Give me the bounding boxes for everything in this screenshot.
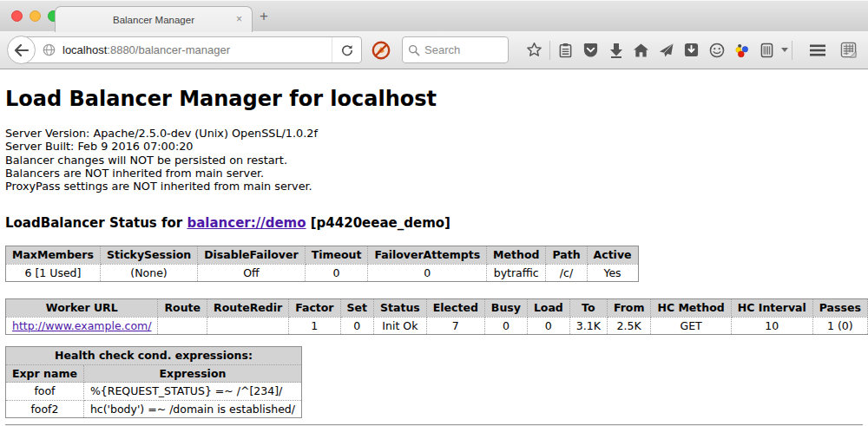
toolbar-separator (549, 41, 550, 60)
column-header: To (569, 299, 607, 318)
column-header: Status (374, 299, 427, 318)
busy-cell: 0 (484, 317, 527, 335)
expression-cell: hc('body') =~ /domain is established/ (83, 400, 301, 418)
column-header: Expr name (6, 364, 84, 383)
max-members-cell: 6 [1 Used] (6, 264, 101, 282)
url-bar[interactable]: localhost:8880/balancer-manager (21, 36, 362, 63)
clipboard-list-icon (558, 43, 573, 58)
elected-cell: 7 (426, 317, 484, 335)
column-header: Set (340, 299, 373, 318)
method-cell: bytraffic (487, 264, 546, 282)
from-cell: 2.5K (607, 317, 651, 335)
tab-close-icon[interactable]: × (236, 14, 242, 24)
reading-list-button[interactable] (553, 36, 578, 65)
extension-grid-button[interactable] (836, 36, 861, 65)
pocket-button[interactable] (578, 36, 603, 65)
expression-cell: %{REQUEST_STATUS} =~ /^[234]/ (83, 383, 301, 401)
balancer-settings-table: MaxMembers StickySession DisableFailover… (5, 246, 639, 282)
expression-row: foof2 hc('body') =~ /domain is establish… (6, 400, 302, 418)
persist-notice-line: Balancer changes will NOT be persisted o… (5, 154, 863, 167)
download-arrow-icon (609, 43, 623, 58)
home-button[interactable] (628, 36, 654, 65)
colored-dots-icon (734, 43, 750, 58)
column-header: From (607, 299, 651, 318)
column-header: Worker URL (6, 299, 158, 318)
worker-url-cell: http://www.example.com/ (6, 317, 158, 335)
pocket-icon (582, 43, 599, 58)
colored-dots-extension-button[interactable] (729, 36, 754, 65)
bookmark-star-icon (526, 42, 542, 58)
url-text[interactable]: localhost:8880/balancer-manager (62, 43, 332, 56)
hamburger-menu-icon (809, 43, 826, 57)
send-button[interactable] (654, 36, 679, 65)
inherit-notice-line: Balancers are NOT inherited from main se… (5, 167, 863, 180)
downloads-button[interactable] (603, 36, 628, 65)
toolbar-separator (792, 41, 792, 60)
chevron-down-icon (781, 48, 788, 52)
server-version-line: Server Version: Apache/2.5.0-dev (Unix) … (5, 127, 863, 140)
column-header: Elected (426, 299, 484, 318)
table-header-row: MaxMembers StickySession DisableFailover… (6, 246, 639, 265)
minimize-window-button[interactable] (30, 10, 41, 22)
browser-chrome: Balancer Manager × + localhost:8880/bala… (0, 0, 868, 69)
arrow-down-box-icon (684, 43, 699, 57)
set-cell: 0 (340, 317, 373, 335)
menu-button[interactable] (805, 36, 830, 65)
column-header: FailoverAttempts (368, 246, 487, 265)
search-bar[interactable] (402, 36, 509, 63)
passes-cell: 1 (0) (812, 317, 867, 335)
column-header: Route (158, 299, 207, 318)
home-icon (633, 43, 649, 58)
column-header: Load (527, 299, 569, 318)
worker-url-link[interactable]: http://www.example.com/ (12, 319, 151, 332)
path-cell: /c/ (546, 264, 587, 282)
search-magnifier-icon (408, 44, 420, 56)
container-menu-caret[interactable] (779, 36, 789, 65)
smiley-extension-button[interactable] (704, 36, 729, 65)
back-button[interactable] (7, 36, 36, 64)
loadbalancer-status-heading: LoadBalancer Status for balancer://demo … (5, 215, 863, 231)
column-header: Factor (289, 299, 340, 318)
send-plane-icon (658, 43, 674, 58)
status-cell: Init Ok (374, 317, 427, 335)
save-to-box-button[interactable] (679, 36, 704, 65)
expr-name-cell: foof (6, 383, 84, 401)
column-header: HC Method (651, 299, 731, 318)
column-header: DisableFailover (198, 246, 305, 265)
hc-interval-cell: 10 (731, 317, 812, 335)
column-header: Passes (812, 299, 867, 318)
server-info: Server Version: Apache/2.5.0-dev (Unix) … (5, 127, 863, 193)
url-domain: localhost (62, 43, 107, 56)
column-header: Active (587, 246, 638, 265)
column-header: HC Interval (731, 299, 812, 318)
column-header: Busy (484, 299, 527, 318)
container-extension-button[interactable] (754, 36, 779, 65)
content-blocked-button[interactable] (372, 41, 391, 60)
page-title: Load Balancer Manager for localhost (5, 86, 863, 112)
worker-row: http://www.example.com/ 1 0 Init Ok 7 0 … (6, 317, 868, 335)
window-controls (11, 10, 59, 22)
page-content: Load Balancer Manager for localhost Serv… (0, 86, 868, 426)
column-header: StickySession (100, 246, 197, 265)
new-tab-button[interactable]: + (260, 8, 268, 25)
column-header: Path (546, 246, 587, 265)
proxypass-notice-line: ProxyPass settings are NOT inherited fro… (5, 180, 863, 193)
reload-button[interactable] (332, 37, 361, 62)
search-input[interactable] (424, 43, 503, 56)
bookmark-button[interactable] (522, 36, 547, 65)
table-header-row: Expr name Expression (6, 364, 302, 383)
health-check-expressions-table: Health check cond. expressions: Expr nam… (5, 346, 302, 418)
health-table-title: Health check cond. expressions: (6, 347, 302, 365)
extension-grid-icon (840, 42, 857, 58)
status-heading-prefix: LoadBalancer Status for (5, 215, 187, 231)
column-header: MaxMembers (6, 246, 101, 265)
balancer-demo-link[interactable]: balancer://demo (187, 215, 306, 231)
browser-tab[interactable]: Balancer Manager × (55, 6, 253, 32)
column-header: RouteRedir (207, 299, 289, 318)
close-window-button[interactable] (11, 10, 23, 22)
timeout-cell: 0 (305, 264, 368, 282)
back-arrow-icon (14, 44, 30, 56)
reload-icon (341, 44, 353, 56)
status-heading-suffix: [p4420eeae_demo] (306, 215, 450, 231)
route-redir-cell (207, 317, 289, 335)
